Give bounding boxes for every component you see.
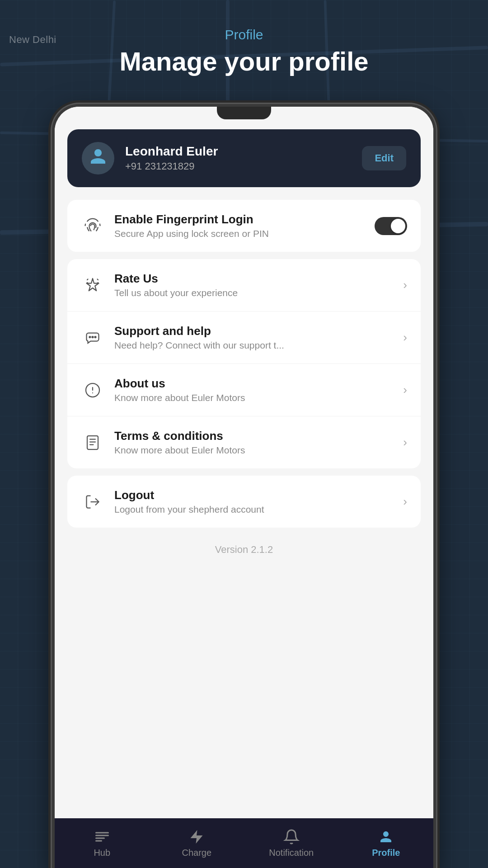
fingerprint-toggle[interactable]: [375, 217, 407, 235]
page-title: Manage your profile: [0, 46, 488, 76]
terms-subtitle: Know more about Euler Motors: [114, 445, 399, 456]
svg-point-0: [92, 336, 94, 338]
about-item[interactable]: About us Know more about Euler Motors ›: [67, 364, 421, 416]
charge-icon: [188, 829, 205, 845]
fingerprint-subtitle: Secure App using lock screen or PIN: [114, 228, 375, 239]
edit-button[interactable]: Edit: [362, 146, 406, 170]
support-text: Support and help Need help? Connect with…: [114, 324, 399, 351]
notification-icon: [283, 829, 300, 845]
support-item[interactable]: Support and help Need help? Connect with…: [67, 311, 421, 364]
support-icon: [81, 326, 104, 349]
toggle-thumb: [391, 219, 405, 233]
user-info: Leonhard Euler +91 231231829: [125, 144, 362, 172]
nav-item-notification[interactable]: Notification: [244, 818, 339, 868]
fingerprint-text: Enable Fingerprint Login Secure App usin…: [114, 212, 375, 239]
terms-text: Terms & conditions Know more about Euler…: [114, 429, 399, 456]
hub-label: Hub: [94, 848, 110, 858]
logout-icon: [81, 490, 104, 514]
charge-label: Charge: [182, 848, 211, 858]
phone-frame: Leonhard Euler +91 231231829 Edit: [52, 104, 436, 868]
terms-item[interactable]: Terms & conditions Know more about Euler…: [67, 416, 421, 468]
rate-us-text: Rate Us Tell us about your experience: [114, 272, 399, 298]
about-text: About us Know more about Euler Motors: [114, 377, 399, 403]
profile-nav-icon: [378, 829, 394, 845]
phone-inner: Leonhard Euler +91 231231829 Edit: [55, 107, 433, 868]
rate-us-item[interactable]: Rate Us Tell us about your experience ›: [67, 259, 421, 311]
nav-item-profile[interactable]: Profile: [339, 818, 434, 868]
rate-us-title: Rate Us: [114, 272, 399, 286]
bottom-nav: Hub Charge Notification: [55, 818, 433, 868]
nav-item-hub[interactable]: Hub: [55, 818, 150, 868]
user-avatar-icon: [89, 147, 107, 170]
page-header: Profile Manage your profile: [0, 27, 488, 76]
fingerprint-item[interactable]: Enable Fingerprint Login Secure App usin…: [67, 200, 421, 252]
fingerprint-title: Enable Fingerprint Login: [114, 212, 375, 226]
terms-title: Terms & conditions: [114, 429, 399, 443]
version-text: Version 2.1.2: [67, 535, 421, 560]
svg-rect-4: [87, 436, 98, 449]
rate-us-subtitle: Tell us about your experience: [114, 288, 399, 298]
logout-title: Logout: [114, 488, 399, 502]
rate-us-icon: [81, 274, 104, 297]
support-title: Support and help: [114, 324, 399, 338]
hub-icon: [94, 829, 110, 845]
logout-item[interactable]: Logout Logout from your shepherd account…: [67, 476, 421, 528]
about-title: About us: [114, 377, 399, 391]
svg-marker-6: [191, 830, 203, 844]
profile-nav-label: Profile: [372, 848, 400, 858]
svg-point-2: [95, 336, 96, 338]
terms-chevron: ›: [403, 435, 407, 449]
avatar: [82, 142, 114, 175]
nav-item-charge[interactable]: Charge: [150, 818, 244, 868]
page-subtitle: Profile: [0, 27, 488, 42]
logout-text: Logout Logout from your shepherd account: [114, 488, 399, 515]
logout-chevron: ›: [403, 495, 407, 509]
notification-label: Notification: [269, 848, 314, 858]
terms-icon: [81, 431, 104, 454]
user-name: Leonhard Euler: [125, 144, 362, 159]
user-card: Leonhard Euler +91 231231829 Edit: [67, 129, 421, 187]
fingerprint-icon: [81, 214, 104, 238]
user-phone: +91 231231829: [125, 160, 362, 172]
about-icon: [81, 378, 104, 402]
menu-card: Rate Us Tell us about your experience ›: [67, 259, 421, 468]
support-chevron: ›: [403, 330, 407, 344]
fingerprint-card: Enable Fingerprint Login Secure App usin…: [67, 200, 421, 252]
logout-subtitle: Logout from your shepherd account: [114, 504, 399, 515]
about-chevron: ›: [403, 383, 407, 397]
rate-us-chevron: ›: [403, 278, 407, 292]
svg-point-1: [89, 336, 91, 338]
support-subtitle: Need help? Connect with our support t...: [114, 340, 399, 351]
phone-content: Leonhard Euler +91 231231829 Edit: [55, 107, 433, 818]
about-subtitle: Know more about Euler Motors: [114, 392, 399, 403]
logout-card: Logout Logout from your shepherd account…: [67, 476, 421, 528]
phone-notch: [217, 107, 271, 119]
